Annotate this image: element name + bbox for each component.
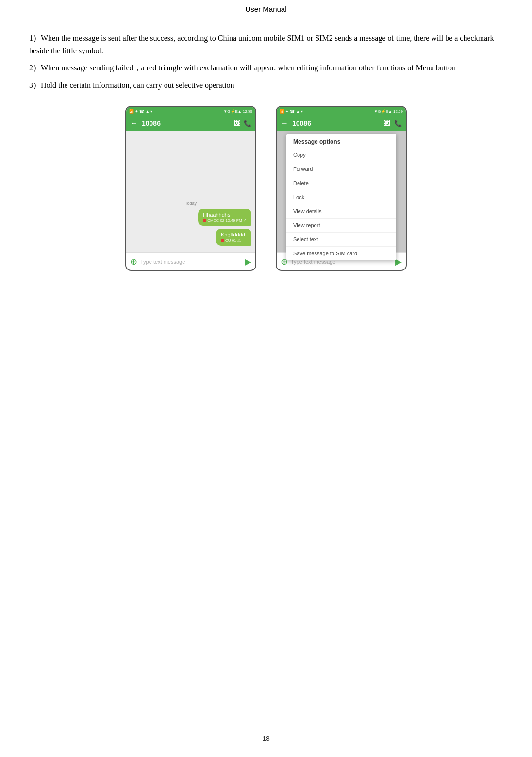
phone1-body: Today Hhaahhdhs CMCC 02 12:49 PM ✓ Khgff… xyxy=(126,131,255,252)
phone1-input-bar: ⊕ Type text message ▶ xyxy=(126,252,255,270)
red-square-icon-2 xyxy=(221,239,224,242)
phone1-bubble-2: Khgffddddf CU 01 ⚠ xyxy=(216,229,251,246)
phone1-statusbar-left: 📶 ✦ ☎ ▲ ▾ xyxy=(129,109,152,114)
phone1-titlebar-icons: 🖼 📞 xyxy=(233,120,251,127)
phone-screenshot-2: 📶 ✦ ☎ ▲ ▾ ▼G⚡E▲ 12:59 ← 10086 🖼 📞 Messag… xyxy=(276,106,407,271)
phone2-image-icon[interactable]: 🖼 xyxy=(384,120,390,127)
phone2-statusbar-left: 📶 ✦ ☎ ▲ ▾ xyxy=(280,109,303,114)
phone2-titlebar-icons: 🖼 📞 xyxy=(384,120,402,127)
menu-item-forward[interactable]: Forward xyxy=(286,162,396,176)
phone2-statusbar-right: ▼G⚡E▲ 12:59 xyxy=(374,109,403,114)
paragraph-1: 1）When the message is sent after the suc… xyxy=(29,32,503,57)
phone1-title: 10086 xyxy=(142,119,233,127)
phone2-back-icon[interactable]: ← xyxy=(281,119,288,128)
phone1-statusbar-right: ▼G⚡E▲ 12:59 xyxy=(223,109,252,114)
screenshots-row: 📶 ✦ ☎ ▲ ▾ ▼G⚡E▲ 12:59 ← 10086 🖼 📞 Today … xyxy=(29,106,503,271)
menu-item-lock[interactable]: Lock xyxy=(286,190,396,204)
message-options-menu: Message options Copy Forward Delete Lock… xyxy=(286,134,396,260)
menu-item-view-details[interactable]: View details xyxy=(286,204,396,219)
phone1-bubble1-text: Hhaahhdhs xyxy=(203,212,247,218)
phone1-call-icon[interactable]: 📞 xyxy=(244,120,251,127)
phone1-image-icon[interactable]: 🖼 xyxy=(233,120,240,127)
menu-item-save-to-sim[interactable]: Save message to SIM card xyxy=(286,247,396,260)
phone1-send-icon[interactable]: ▶ xyxy=(245,256,251,267)
paragraph-2: 2）When message sending failed，a red tria… xyxy=(29,62,503,74)
phone1-titlebar: ← 10086 🖼 📞 xyxy=(126,116,255,131)
phone1-input[interactable]: Type text message xyxy=(140,259,242,265)
phone2-title: 10086 xyxy=(292,119,384,127)
phone1-add-icon[interactable]: ⊕ xyxy=(130,257,137,266)
phone2-send-icon[interactable]: ▶ xyxy=(395,256,402,267)
menu-item-delete[interactable]: Delete xyxy=(286,176,396,190)
menu-item-select-text[interactable]: Select text xyxy=(286,233,396,247)
phone1-date-label: Today xyxy=(130,201,251,206)
red-square-icon xyxy=(203,219,206,222)
phone1-back-icon[interactable]: ← xyxy=(130,119,138,128)
header-title: User Manual xyxy=(245,5,286,13)
phone1-bubble1-meta: CMCC 02 12:49 PM ✓ xyxy=(203,219,247,223)
menu-item-view-report[interactable]: View report xyxy=(286,219,396,233)
menu-item-copy[interactable]: Copy xyxy=(286,148,396,162)
menu-title: Message options xyxy=(286,134,396,148)
phone1-bubble2-meta: CU 01 ⚠ xyxy=(221,238,247,243)
page-content: 1）When the message is sent after the suc… xyxy=(0,17,532,320)
phone-screenshot-1: 📶 ✦ ☎ ▲ ▾ ▼G⚡E▲ 12:59 ← 10086 🖼 📞 Today … xyxy=(125,106,256,271)
page-number: 18 xyxy=(0,735,532,742)
phone2-call-icon[interactable]: 📞 xyxy=(394,120,402,127)
phone1-bubble-1: Hhaahhdhs CMCC 02 12:49 PM ✓ xyxy=(198,209,251,226)
phone1-statusbar: 📶 ✦ ☎ ▲ ▾ ▼G⚡E▲ 12:59 xyxy=(126,107,255,116)
phone1-bubble2-text: Khgffddddf xyxy=(221,232,247,237)
paragraph-3: 3）Hold the certain information, can carr… xyxy=(29,79,503,92)
phone2-titlebar: ← 10086 🖼 📞 xyxy=(277,116,406,131)
phone2-statusbar: 📶 ✦ ☎ ▲ ▾ ▼G⚡E▲ 12:59 xyxy=(277,107,406,116)
page-header: User Manual xyxy=(0,0,532,17)
